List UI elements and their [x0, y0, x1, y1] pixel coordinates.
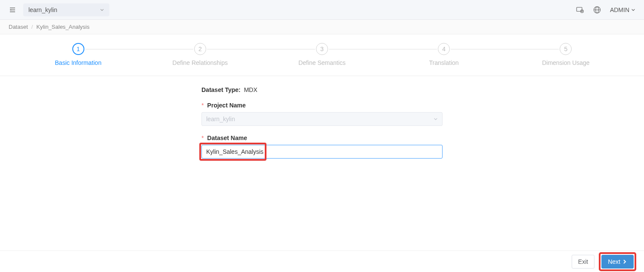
required-marker: *: [201, 134, 204, 141]
step-label: Define Semantics: [298, 59, 346, 66]
topbar: learn_kylin ADMIN: [0, 0, 644, 20]
step-define-relationships[interactable]: 2 Define Relationships: [139, 43, 261, 66]
project-name-select: learn_kylin: [201, 112, 443, 126]
step-label: Basic Information: [55, 59, 102, 66]
step-number: 2: [194, 43, 206, 55]
dataset-name-input[interactable]: [201, 145, 443, 159]
step-number: 4: [438, 43, 450, 55]
chevron-down-icon: [433, 117, 438, 121]
step-number: 3: [316, 43, 328, 55]
step-number: 1: [72, 43, 84, 55]
menu-collapse-icon[interactable]: [9, 6, 16, 14]
step-label: Translation: [429, 59, 459, 66]
step-number: 5: [560, 43, 572, 55]
svg-rect-3: [576, 7, 582, 11]
step-label: Define Relationships: [173, 59, 228, 66]
required-marker: *: [201, 102, 204, 109]
globe-icon[interactable]: [593, 6, 601, 14]
dataset-type-row: Dataset Type: MDX: [201, 86, 443, 93]
project-name-value: learn_kylin: [206, 116, 235, 122]
chevron-down-icon: [100, 8, 104, 12]
user-menu-label: ADMIN: [610, 6, 629, 13]
project-selector-value: learn_kylin: [28, 6, 57, 13]
breadcrumb-separator: /: [31, 24, 33, 30]
diagnostics-icon[interactable]: [576, 6, 584, 14]
dataset-name-label: Dataset Name: [207, 134, 247, 141]
chevron-down-icon: [631, 8, 635, 12]
project-name-label: Project Name: [207, 102, 245, 109]
user-menu[interactable]: ADMIN: [610, 6, 635, 13]
dataset-type-value: MDX: [244, 86, 257, 93]
step-basic-information[interactable]: 1 Basic Information: [17, 43, 139, 66]
breadcrumb-current: Kylin_Sales_Analysis: [36, 24, 90, 30]
breadcrumb: Dataset / Kylin_Sales_Analysis: [0, 20, 644, 34]
breadcrumb-root[interactable]: Dataset: [9, 24, 28, 30]
wizard-steps: 1 Basic Information 2 Define Relationshi…: [0, 34, 644, 76]
form-basic-information: Dataset Type: MDX * Project Name learn_k…: [193, 86, 451, 159]
step-label: Dimension Usage: [542, 59, 590, 66]
dataset-name-row: * Dataset Name: [201, 134, 443, 159]
step-define-semantics[interactable]: 3 Define Semantics: [261, 43, 383, 66]
step-translation[interactable]: 4 Translation: [383, 43, 505, 66]
project-selector[interactable]: learn_kylin: [23, 3, 109, 16]
dataset-type-label: Dataset Type:: [201, 86, 241, 93]
step-dimension-usage[interactable]: 5 Dimension Usage: [505, 43, 627, 66]
project-name-row: * Project Name learn_kylin: [201, 102, 443, 126]
